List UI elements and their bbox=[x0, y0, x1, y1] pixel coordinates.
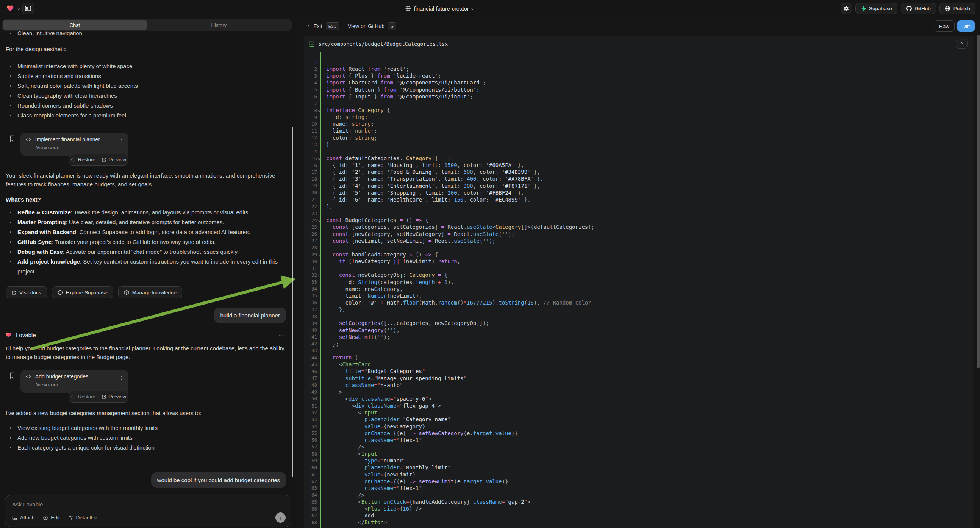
supabase-button[interactable]: Supabase bbox=[855, 3, 897, 14]
list-item: Glass-morphic elements for a premium fee… bbox=[6, 111, 288, 121]
code-line: 65 <Button onClick={handleAddCategory} c… bbox=[304, 498, 973, 505]
line-number: 32 bbox=[304, 272, 317, 278]
chat-scrollbar[interactable] bbox=[292, 127, 293, 477]
line-number: 43 bbox=[304, 348, 317, 353]
workspace-chevron-down-icon[interactable] bbox=[17, 7, 19, 10]
fold-chevron-icon[interactable] bbox=[317, 157, 326, 159]
code-text: value={newLimit} bbox=[326, 472, 415, 478]
line-number: 48 bbox=[304, 382, 317, 388]
code-text: name: newCategory, bbox=[326, 286, 402, 292]
code-scrollbar[interactable] bbox=[977, 35, 980, 368]
view-on-github-button[interactable]: View on GitHub G bbox=[348, 22, 396, 30]
edit-button[interactable]: Edit bbox=[43, 515, 59, 520]
globe-icon bbox=[405, 6, 411, 11]
line-number: 42 bbox=[304, 341, 317, 347]
publish-button[interactable]: Publish bbox=[939, 3, 975, 14]
quick-actions-row: Visit docs Explore Supabase Manage knowl… bbox=[6, 286, 182, 299]
file-diff-card: src/components/budget/BudgetCategories.t… bbox=[304, 36, 973, 528]
explore-supabase-button[interactable]: Explore Supabase bbox=[52, 286, 113, 299]
code-text: onChange={(e) => setNewCategory(e.target… bbox=[326, 430, 518, 436]
code-line: 6import { Input } from '@/components/ui/… bbox=[304, 93, 973, 100]
github-label: GitHub bbox=[915, 6, 931, 11]
attach-button[interactable]: Attach bbox=[12, 515, 35, 520]
code-line: 42 }; bbox=[304, 340, 973, 347]
collapse-file-button[interactable] bbox=[956, 39, 968, 49]
tab-history[interactable]: History bbox=[147, 20, 291, 30]
fold-chevron-icon[interactable] bbox=[317, 110, 326, 111]
code-line: 38 bbox=[304, 313, 973, 320]
code-icon: <> bbox=[26, 137, 32, 142]
line-number: 23 bbox=[304, 211, 317, 216]
fold-chevron-icon[interactable] bbox=[317, 219, 326, 221]
code-line: 33 id: String(categories.length + 1), bbox=[304, 279, 973, 286]
version-actions: Restore Preview bbox=[68, 391, 129, 402]
line-number: 37 bbox=[304, 307, 317, 312]
exit-button[interactable]: Exit ESC bbox=[309, 22, 339, 30]
code-line: 46 title="Budget Categories" bbox=[304, 368, 973, 375]
raw-toggle-button[interactable]: Raw bbox=[934, 21, 955, 32]
line-number: 16 bbox=[304, 162, 317, 168]
line-number: 20 bbox=[304, 190, 317, 196]
bookmark-icon[interactable] bbox=[10, 135, 15, 142]
view-code-link[interactable]: View code bbox=[36, 145, 123, 150]
code-body: 12import React from 'react';3import { Pl… bbox=[304, 52, 973, 528]
code-line: 57 /> bbox=[304, 444, 973, 450]
code-line: 14 bbox=[304, 148, 973, 155]
app-header: financial-future-creator Supabase GitHub bbox=[0, 0, 980, 17]
list-item: Minimalist interface with plenty of whit… bbox=[6, 61, 288, 71]
github-button[interactable]: GitHub bbox=[901, 3, 936, 14]
line-number: 4 bbox=[304, 80, 317, 86]
code-text: limit: number; bbox=[326, 128, 377, 134]
code-line: 22]; bbox=[304, 203, 973, 210]
code-icon: <> bbox=[26, 374, 32, 379]
sidebar-toggle-button[interactable] bbox=[22, 3, 34, 14]
preview-button[interactable]: Preview bbox=[102, 157, 126, 162]
code-text: <Input bbox=[326, 451, 377, 457]
code-text: className="flex-1" bbox=[326, 485, 422, 491]
restore-button[interactable]: Restore bbox=[71, 394, 95, 399]
line-number: 47 bbox=[304, 375, 317, 381]
code-line: 59 type="number" bbox=[304, 457, 973, 464]
code-text: type="number" bbox=[326, 458, 406, 464]
settings-button[interactable] bbox=[841, 3, 852, 14]
line-number: 7 bbox=[304, 100, 317, 106]
manage-knowledge-button[interactable]: Manage knowledge bbox=[118, 286, 182, 299]
code-line: 10 name: string; bbox=[304, 121, 973, 127]
send-button[interactable]: ↑ bbox=[275, 512, 286, 523]
fold-chevron-icon[interactable] bbox=[317, 274, 326, 276]
visit-docs-button[interactable]: Visit docs bbox=[6, 286, 47, 299]
restore-button[interactable]: Restore bbox=[71, 157, 95, 162]
project-switcher[interactable]: financial-future-creator bbox=[405, 0, 474, 17]
package-icon bbox=[124, 290, 129, 295]
version-card-implement-financial-planner[interactable]: <> Implement financial planner View code bbox=[21, 133, 129, 156]
more-options-button[interactable]: ··· bbox=[278, 332, 286, 338]
bookmark-icon[interactable] bbox=[10, 372, 15, 379]
view-code-link[interactable]: View code bbox=[36, 382, 123, 388]
lovable-heart-icon[interactable] bbox=[6, 5, 14, 12]
mode-selector[interactable]: Default bbox=[68, 515, 97, 520]
assistant-paragraph: I've added a new budget categories manag… bbox=[6, 409, 290, 417]
line-number: 39 bbox=[304, 320, 317, 326]
code-line: 13} bbox=[304, 141, 973, 148]
code-line: 1 bbox=[304, 59, 973, 65]
code-line: 49 > bbox=[304, 389, 973, 396]
code-line: 32 const newCategoryObj: Category = { bbox=[304, 272, 973, 278]
code-line: 3import { Plus } from 'lucide-react'; bbox=[304, 72, 973, 79]
visit-docs-label: Visit docs bbox=[19, 290, 41, 296]
version-card-add-budget-categories[interactable]: <> Add budget categories View code bbox=[21, 370, 129, 393]
code-text: const handleAddCategory = () => { bbox=[326, 251, 438, 258]
preview-button[interactable]: Preview bbox=[102, 394, 126, 399]
code-line: 53 placeholder="Category name" bbox=[304, 416, 973, 423]
code-text: { id: '5', name: 'Shopping', limit: 200,… bbox=[326, 190, 524, 196]
tab-chat[interactable]: Chat bbox=[3, 20, 147, 30]
composer[interactable]: Ask Lovable... Attach Edit bbox=[5, 495, 291, 527]
diff-toggle-button[interactable]: Diff bbox=[957, 21, 975, 32]
esc-kbd-badge: ESC bbox=[326, 22, 339, 30]
line-number: 36 bbox=[304, 300, 317, 305]
code-line: 31 bbox=[304, 265, 973, 272]
fold-chevron-icon[interactable] bbox=[317, 254, 326, 256]
preview-label: Preview bbox=[109, 394, 126, 399]
code-text: { id: '3', name: 'Transportation', limit… bbox=[326, 176, 543, 182]
code-line: 5import { Button } from '@/components/ui… bbox=[304, 86, 973, 93]
line-number: 67 bbox=[304, 513, 317, 518]
